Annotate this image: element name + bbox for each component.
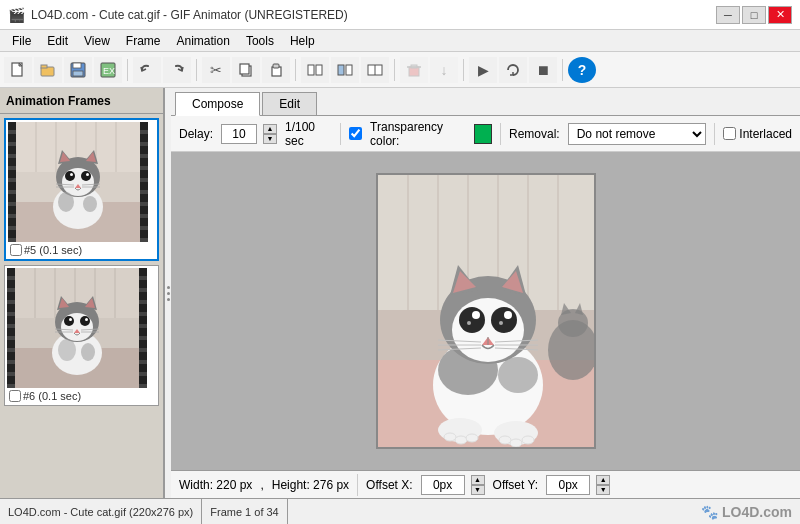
frame-thumb-5 xyxy=(8,122,148,242)
film-border-left-6 xyxy=(7,268,15,388)
offset-x-down[interactable]: ▼ xyxy=(471,485,485,495)
redo-button[interactable] xyxy=(163,57,191,83)
svg-point-36 xyxy=(65,171,75,181)
frame-5-svg xyxy=(16,122,140,242)
new-button[interactable] xyxy=(4,57,32,83)
frames-panel-header: Animation Frames xyxy=(0,88,163,114)
frame-btn-2[interactable] xyxy=(331,57,359,83)
svg-point-98 xyxy=(472,311,480,319)
menu-bar: File Edit View Frame Animation Tools Hel… xyxy=(0,30,800,52)
title-bar-controls: ─ □ ✕ xyxy=(716,6,792,24)
canvas-height: Height: 276 px xyxy=(272,478,349,492)
svg-point-46 xyxy=(83,196,97,212)
frame-item-5[interactable]: #5 (0.1 sec) xyxy=(4,118,159,261)
svg-rect-5 xyxy=(73,71,83,76)
main-cat-svg xyxy=(378,175,596,449)
menu-frame[interactable]: Frame xyxy=(118,32,169,50)
minimize-button[interactable]: ─ xyxy=(716,6,740,24)
delay-down-button[interactable]: ▼ xyxy=(263,134,277,144)
offset-x-label: Offset X: xyxy=(366,478,412,492)
frame-5-checkbox[interactable] xyxy=(10,244,22,256)
film-border-right-6 xyxy=(139,268,147,388)
offset-y-label: Offset Y: xyxy=(493,478,539,492)
offset-x-up[interactable]: ▲ xyxy=(471,475,485,485)
frame-btn-3[interactable] xyxy=(361,57,389,83)
menu-view[interactable]: View xyxy=(76,32,118,50)
offset-x-input[interactable] xyxy=(421,475,465,495)
help-button[interactable]: ? xyxy=(568,57,596,83)
toolbar: EX ✂ ↓ ▶ ⏹ ? xyxy=(0,52,800,88)
removal-select[interactable]: Do not remove Leave in place Restore to … xyxy=(568,123,707,145)
svg-point-39 xyxy=(86,173,89,176)
frame-item-6[interactable]: #6 (0.1 sec) xyxy=(4,265,159,406)
svg-rect-12 xyxy=(308,65,314,75)
frame-6-text: #6 (0.1 sec) xyxy=(23,390,81,402)
svg-point-72 xyxy=(81,343,95,361)
toolbar-sep-4 xyxy=(394,59,395,81)
stop-button[interactable]: ⏹ xyxy=(529,57,557,83)
open-button[interactable] xyxy=(34,57,62,83)
frame-thumb-6 xyxy=(7,268,147,388)
offset-y-up[interactable]: ▲ xyxy=(596,475,610,485)
frame-btn-1[interactable] xyxy=(301,57,329,83)
offset-y-down[interactable]: ▼ xyxy=(596,485,610,495)
close-button[interactable]: ✕ xyxy=(768,6,792,24)
move-down-button[interactable]: ↓ xyxy=(430,57,458,83)
svg-point-96 xyxy=(459,307,485,333)
divider-dot xyxy=(167,286,170,289)
title-bar-left: 🎬 LO4D.com - Cute cat.gif - GIF Animator… xyxy=(8,7,348,23)
svg-rect-2 xyxy=(41,65,47,68)
svg-point-45 xyxy=(58,192,74,212)
svg-point-117 xyxy=(522,436,534,444)
svg-point-38 xyxy=(70,173,73,176)
toolbar-sep-3 xyxy=(295,59,296,81)
svg-point-112 xyxy=(444,433,456,441)
transparency-label: Transparency color: xyxy=(370,120,466,148)
svg-rect-13 xyxy=(316,65,322,75)
paste-button[interactable] xyxy=(262,57,290,83)
tab-compose[interactable]: Compose xyxy=(175,92,260,116)
delay-input[interactable] xyxy=(221,124,257,144)
delay-up-button[interactable]: ▲ xyxy=(263,124,277,134)
divider-dot xyxy=(167,292,170,295)
loop-button[interactable] xyxy=(499,57,527,83)
interlaced-checkbox[interactable] xyxy=(723,127,736,140)
svg-point-99 xyxy=(504,311,512,319)
transparency-color-box[interactable] xyxy=(474,124,492,144)
play-button[interactable]: ▶ xyxy=(469,57,497,83)
cut-button[interactable]: ✂ xyxy=(202,57,230,83)
menu-file[interactable]: File xyxy=(4,32,39,50)
status-frame-info: Frame 1 of 34 xyxy=(202,499,287,524)
save-button[interactable] xyxy=(64,57,92,83)
title-bar: 🎬 LO4D.com - Cute cat.gif - GIF Animator… xyxy=(0,0,800,30)
export-button[interactable]: EX xyxy=(94,57,122,83)
svg-point-114 xyxy=(466,434,478,442)
divider-dot xyxy=(167,298,170,301)
removal-label: Removal: xyxy=(509,127,560,141)
offset-y-input[interactable] xyxy=(546,475,590,495)
delay-label: Delay: xyxy=(179,127,213,141)
svg-point-116 xyxy=(510,439,522,447)
menu-edit[interactable]: Edit xyxy=(39,32,76,50)
frames-panel: Animation Frames xyxy=(0,88,165,498)
frame-label-5: #5 (0.1 sec) xyxy=(8,242,155,257)
delete-button[interactable] xyxy=(400,57,428,83)
menu-animation[interactable]: Animation xyxy=(169,32,238,50)
props-sep-1 xyxy=(340,123,341,145)
props-sep-3 xyxy=(714,123,715,145)
transparency-checkbox[interactable] xyxy=(349,127,362,140)
menu-tools[interactable]: Tools xyxy=(238,32,282,50)
svg-point-37 xyxy=(81,171,91,181)
svg-rect-14 xyxy=(338,65,344,75)
menu-help[interactable]: Help xyxy=(282,32,323,50)
status-app-info: LO4D.com - Cute cat.gif (220x276 px) xyxy=(0,499,202,524)
tab-edit[interactable]: Edit xyxy=(262,92,317,115)
maximize-button[interactable]: □ xyxy=(742,6,766,24)
svg-point-71 xyxy=(58,339,76,361)
info-sep-1 xyxy=(357,474,358,496)
right-panel: Compose Edit Delay: ▲ ▼ 1/100 sec Transp… xyxy=(171,88,800,498)
props-sep-2 xyxy=(500,123,501,145)
copy-button[interactable] xyxy=(232,57,260,83)
frame-6-checkbox[interactable] xyxy=(9,390,21,402)
undo-button[interactable] xyxy=(133,57,161,83)
